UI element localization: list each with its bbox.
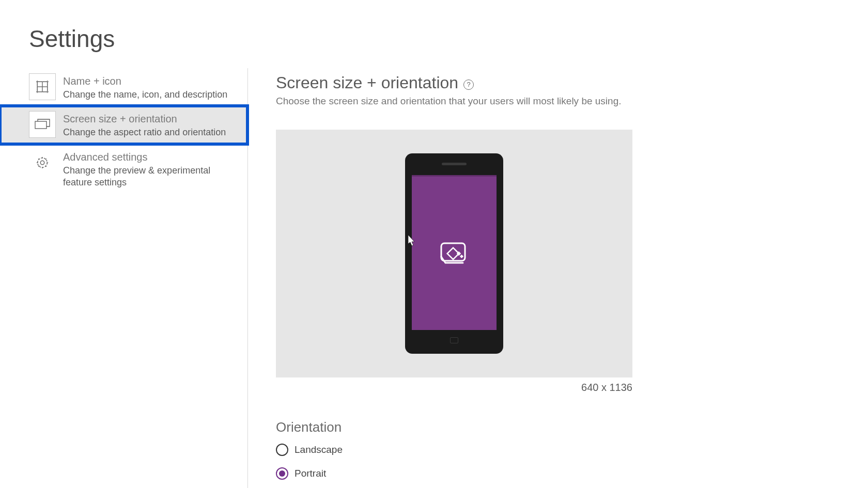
settings-container: Name + icon Change the name, icon, and d… [0, 68, 868, 488]
svg-rect-13 [460, 254, 463, 258]
sidebar-item-title: Name + icon [63, 74, 227, 88]
sidebar-item-title: Advanced settings [63, 150, 238, 164]
phone-earpiece [442, 163, 467, 165]
sidebar-item-text: Advanced settings Change the preview & e… [63, 149, 238, 189]
sidebar-item-screen-size[interactable]: Screen size + orientation Change the asp… [0, 106, 247, 144]
main-subtitle: Choose the screen size and orientation t… [276, 96, 868, 107]
orientation-radio-group: Landscape Portrait [276, 444, 868, 480]
sidebar-item-desc: Change the aspect ratio and orientation [63, 127, 226, 138]
radio-circle-icon [276, 444, 288, 456]
svg-rect-7 [35, 121, 47, 129]
help-icon[interactable]: ? [463, 80, 474, 90]
page-title: Settings [0, 0, 868, 53]
radio-label: Portrait [295, 468, 326, 479]
svg-rect-10 [441, 243, 465, 261]
gear-icon [29, 149, 56, 176]
orientation-heading: Orientation [276, 419, 868, 435]
phone-screen [412, 175, 497, 330]
main-title: Screen size + orientation [276, 73, 458, 92]
radio-portrait[interactable]: Portrait [276, 467, 868, 480]
phone-home-button [450, 337, 458, 343]
radio-inner-icon [279, 470, 285, 477]
svg-point-8 [40, 161, 44, 164]
preview-box [276, 130, 632, 377]
radio-circle-checked-icon [276, 467, 288, 480]
main-panel: Screen size + orientation ? Choose the s… [248, 68, 868, 488]
sidebar-item-advanced[interactable]: Advanced settings Change the preview & e… [0, 144, 247, 194]
radio-landscape[interactable]: Landscape [276, 444, 868, 456]
main-header: Screen size + orientation ? [276, 73, 868, 92]
radio-label: Landscape [295, 444, 343, 455]
sidebar-item-text: Screen size + orientation Change the asp… [63, 111, 226, 138]
grid-icon [29, 73, 56, 100]
sidebar-item-title: Screen size + orientation [63, 112, 226, 125]
dimensions-label: 640 x 1136 [276, 382, 632, 393]
screen-size-icon [29, 111, 56, 138]
orientation-section: Orientation Landscape Portrait [276, 419, 868, 480]
sidebar-item-desc: Change the preview & experimental featur… [63, 165, 238, 189]
powerapps-icon [439, 241, 469, 266]
sidebar-item-name-icon[interactable]: Name + icon Change the name, icon, and d… [0, 68, 247, 106]
sidebar-item-desc: Change the name, icon, and description [63, 89, 227, 101]
settings-sidebar: Name + icon Change the name, icon, and d… [0, 68, 248, 488]
phone-preview [405, 153, 503, 354]
sidebar-item-text: Name + icon Change the name, icon, and d… [63, 73, 227, 101]
